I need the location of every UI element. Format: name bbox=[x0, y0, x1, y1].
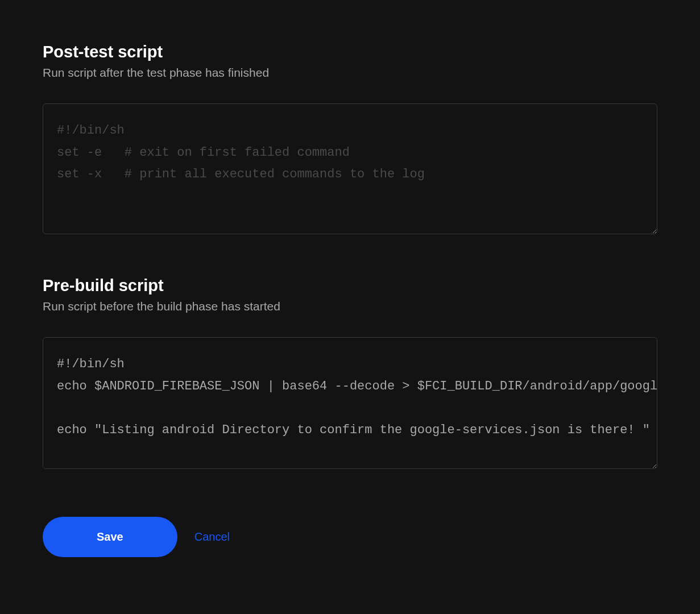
post-test-script-input[interactable] bbox=[43, 103, 657, 234]
cancel-button[interactable]: Cancel bbox=[194, 530, 230, 544]
post-test-title: Post-test script bbox=[43, 43, 657, 61]
pre-build-section: Pre-build script Run script before the b… bbox=[43, 276, 657, 471]
post-test-description: Run script after the test phase has fini… bbox=[43, 66, 657, 80]
action-buttons: Save Cancel bbox=[43, 517, 657, 557]
pre-build-script-input[interactable] bbox=[43, 337, 657, 469]
save-button[interactable]: Save bbox=[43, 517, 177, 557]
pre-build-title: Pre-build script bbox=[43, 276, 657, 295]
post-test-section: Post-test script Run script after the te… bbox=[43, 43, 657, 237]
pre-build-description: Run script before the build phase has st… bbox=[43, 300, 657, 313]
